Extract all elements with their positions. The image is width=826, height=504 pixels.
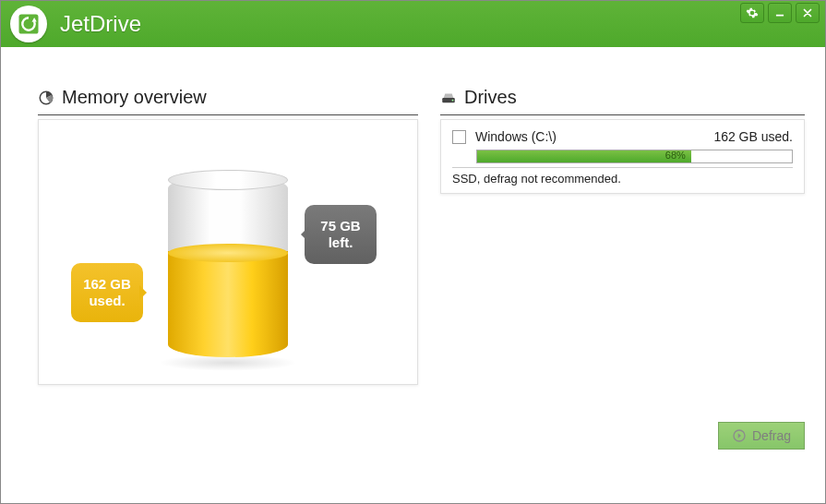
drives-panel-header: Drives — [440, 84, 805, 115]
memory-overview-panel: Memory overview 162 GB used. 75 GB left. — [38, 84, 418, 483]
pie-chart-icon — [38, 90, 54, 106]
memory-panel-title: Memory overview — [62, 87, 207, 108]
titlebar: JetDrive — [1, 1, 825, 47]
drive-note: SSD, defrag not recommended. — [452, 167, 793, 186]
drive-row: Windows (C:\) 162 GB used. — [452, 129, 793, 144]
drive-name: Windows (C:\) — [475, 129, 704, 144]
drive-progress: 68% — [476, 150, 793, 163]
drives-panel-title: Drives — [464, 87, 517, 108]
storage-cylinder — [168, 175, 288, 360]
recycle-box-icon — [16, 11, 42, 37]
arrow-right-circle-icon — [732, 428, 747, 443]
drive-used-label: 162 GB used. — [713, 129, 793, 144]
minimize-button[interactable] — [768, 3, 792, 23]
free-bubble: 75 GB left. — [305, 205, 377, 264]
defrag-button[interactable]: Defrag — [718, 422, 805, 450]
content-area: Memory overview 162 GB used. 75 GB left. — [1, 47, 825, 503]
drive-item: Windows (C:\) 162 GB used. 68% SSD, defr… — [440, 119, 805, 194]
svg-point-4 — [452, 99, 454, 101]
close-icon — [801, 6, 814, 19]
app-title: JetDrive — [60, 11, 141, 37]
drive-checkbox[interactable] — [452, 130, 466, 144]
memory-panel-header: Memory overview — [38, 84, 418, 115]
app-window: JetDrive Memory overview — [0, 0, 826, 504]
used-bubble: 162 GB used. — [71, 263, 143, 322]
minimize-icon — [773, 6, 786, 19]
drive-icon — [440, 90, 457, 106]
window-controls — [740, 1, 820, 47]
progress-fill: 68% — [477, 150, 691, 162]
settings-button[interactable] — [740, 3, 764, 23]
app-logo — [10, 6, 47, 42]
close-button[interactable] — [796, 3, 820, 23]
defrag-button-label: Defrag — [752, 428, 791, 443]
progress-bar: 68% — [476, 150, 793, 163]
memory-card: 162 GB used. 75 GB left. — [38, 119, 418, 385]
progress-percent-label: 68% — [665, 150, 686, 161]
drives-panel: Drives Windows (C:\) 162 GB used. 68% SS… — [440, 84, 805, 483]
svg-rect-1 — [776, 15, 784, 17]
gear-icon — [746, 6, 759, 19]
